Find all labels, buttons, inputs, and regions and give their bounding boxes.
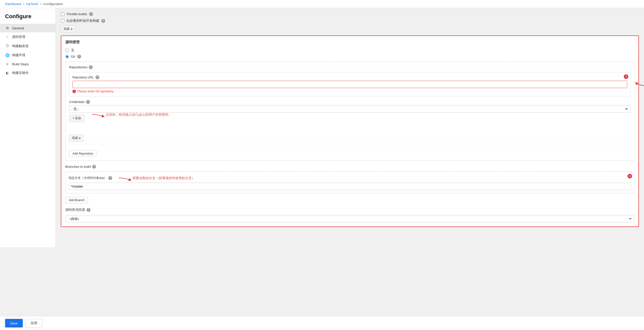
none-radio-row: 无: [65, 48, 634, 53]
sidebar-label-env: 构建环境: [12, 53, 25, 57]
source-mgmt-title: 源码管理: [65, 40, 634, 45]
add-credentials-container: + 添加 点添加，然后输入自己git上的: [69, 113, 84, 122]
error-icon: !: [72, 90, 76, 93]
gear-icon: ⚙: [5, 26, 10, 30]
git-help-icon[interactable]: ?: [77, 55, 81, 58]
branches-section: Branches to build ? ✕ 指定分支（为空时代表any） ?: [65, 165, 634, 203]
source-management-box: 源码管理 无 Git ? Repositories ?: [61, 35, 639, 227]
breadcrumb-dashboard[interactable]: Dashboard: [5, 2, 21, 6]
git-label[interactable]: Git: [71, 55, 75, 58]
none-radio[interactable]: [65, 49, 69, 52]
sidebar-item-trigger[interactable]: ⏱ 构建触发器: [0, 42, 55, 51]
source-browser-select[interactable]: （自动）: [65, 215, 634, 222]
source-browser-section: 源码库浏览器 ? （自动）: [65, 208, 634, 222]
credentials-label: Credentials ?: [69, 100, 631, 104]
branch-input[interactable]: [69, 183, 631, 190]
breadcrumb-sep-2: >: [40, 2, 42, 6]
git-radio-row: Git ?: [65, 55, 634, 58]
page-title: Configure: [0, 13, 55, 24]
sidebar-item-general[interactable]: ⚙ General: [0, 24, 55, 32]
sidebar-item-postbuild[interactable]: ◐ 构建后操作: [0, 68, 55, 77]
branch-box: ✕ 指定分支（为空时代表any） ?: [65, 172, 634, 193]
sidebar-item-source[interactable]: ⑂ 源码管理: [0, 32, 55, 42]
build-on-demand-checkbox[interactable]: [61, 19, 64, 23]
repo-url-input[interactable]: [72, 81, 627, 88]
repo-advanced-button[interactable]: 高级 ▾: [69, 135, 83, 141]
repo-url-label: Repository URL ?: [72, 75, 627, 79]
source-browser-title: 源码库浏览器 ?: [65, 208, 634, 212]
breadcrumb: Dashboard > myTest2 > Configuration: [0, 0, 644, 8]
steps-icon: ≡: [5, 62, 10, 66]
throttle-builds-checkbox[interactable]: [61, 12, 64, 16]
build-on-demand-row: 在必要的时候开发构建 ?: [61, 18, 639, 23]
branch-annotation-text: 需要拉取的分支（部署项目时使用的分支）: [132, 176, 195, 180]
repositories-section: Repositories ? ✕ Repository URL ?: [65, 61, 634, 161]
branch-icon: ⑂: [5, 35, 10, 39]
add-repository-button[interactable]: Add Repository: [69, 150, 96, 157]
clock-icon: ⏱: [5, 44, 10, 48]
demand-help-icon[interactable]: ?: [101, 19, 105, 23]
add-annotation-text: 点添加，然后输入自己git上的用户名和密码: [106, 112, 168, 117]
arrow-icon: [634, 79, 644, 87]
content-area: Throttle builds ? 在必要的时候开发构建 ? 高级 ▾ 源码管理…: [56, 8, 644, 247]
credentials-select[interactable]: - 无 -: [69, 105, 631, 113]
build-on-demand-label[interactable]: 在必要的时候开发构建: [66, 18, 99, 23]
branch-arrow-icon: [119, 175, 131, 181]
sidebar-label-buildsteps: Build Steps: [12, 62, 29, 66]
branch-close-button[interactable]: ✕: [628, 174, 632, 178]
sidebar-label-general: General: [12, 26, 24, 30]
repo-url-annotation: 还是之前的路径: [634, 79, 644, 87]
repositories-help-icon[interactable]: ?: [89, 65, 93, 69]
sidebar-item-env[interactable]: 🌐 构建环境: [0, 51, 55, 60]
branches-title: Branches to build ?: [65, 165, 634, 169]
breadcrumb-sep-1: >: [23, 2, 25, 6]
repo-url-close-button[interactable]: ✕: [624, 74, 628, 79]
branch-label-help-icon[interactable]: ?: [108, 176, 112, 180]
throttle-builds-label[interactable]: Throttle builds: [66, 12, 87, 16]
breadcrumb-configuration: Configuration: [43, 2, 63, 6]
repositories-title: Repositories ?: [69, 65, 631, 69]
git-radio[interactable]: [65, 55, 69, 58]
globe-icon: 🌐: [5, 53, 10, 57]
branches-help-icon[interactable]: ?: [92, 165, 96, 169]
repo-url-box: ✕ Repository URL ?: [69, 72, 631, 96]
sidebar-item-buildsteps[interactable]: ≡ Build Steps: [0, 60, 55, 68]
throttle-builds-row: Throttle builds ?: [61, 12, 639, 16]
sidebar-label-postbuild: 构建后操作: [12, 71, 29, 75]
repo-url-input-container: 还是之前的路径: [72, 81, 627, 88]
branch-label: 指定分支（为空时代表any） ?: [69, 175, 631, 181]
none-label[interactable]: 无: [71, 48, 74, 53]
top-options: Throttle builds ? 在必要的时候开发构建 ? 高级 ▾: [61, 12, 639, 35]
repo-url-error: ! Please enter Git repository.: [72, 90, 627, 93]
branch-annotation: 需要拉取的分支（部署项目时使用的分支）: [119, 175, 195, 181]
chevron-down-icon-small: ▾: [79, 136, 81, 140]
sidebar-label-source: 源码管理: [12, 35, 25, 39]
credentials-help-icon[interactable]: ?: [86, 100, 90, 104]
chevron-down-icon: ▾: [71, 27, 72, 31]
sidebar: Configure ⚙ General ⑂ 源码管理 ⏱ 构建触发器 🌐 构建环…: [0, 8, 56, 247]
postbuild-icon: ◐: [5, 71, 10, 75]
repo-url-help-icon[interactable]: ?: [95, 75, 99, 79]
add-branch-button[interactable]: Add Branch: [65, 197, 88, 203]
source-browser-help-icon[interactable]: ?: [87, 208, 90, 212]
credentials-section: Credentials ? - 无 - + 添加: [69, 100, 631, 122]
top-advanced-button[interactable]: 高级 ▾: [61, 26, 75, 32]
sidebar-label-trigger: 构建触发器: [12, 44, 29, 48]
branch-input-container: [69, 183, 631, 190]
throttle-help-icon[interactable]: ?: [89, 12, 93, 16]
advanced-small-container: 高级 ▾: [69, 132, 631, 141]
add-credentials-button[interactable]: + 添加: [69, 115, 84, 122]
breadcrumb-mytest2[interactable]: myTest2: [26, 2, 38, 6]
